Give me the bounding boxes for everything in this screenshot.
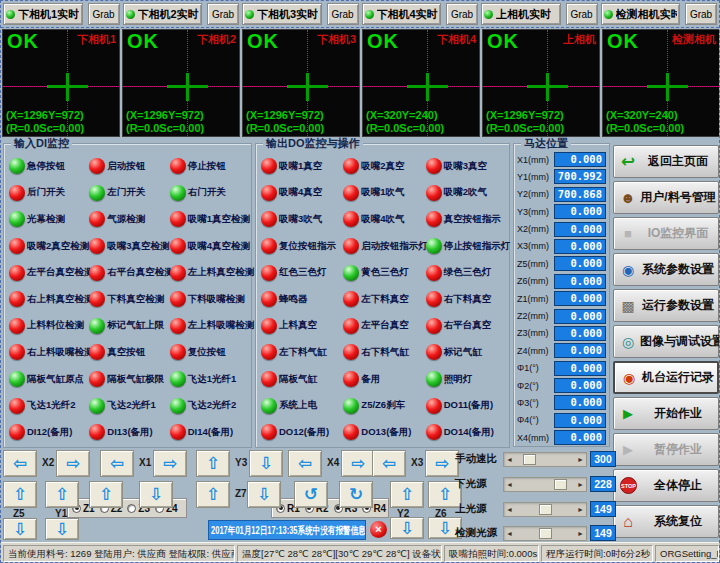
start-button[interactable]: ▶开始作业 <box>613 397 719 430</box>
record-button[interactable]: ◉机台运行记录 <box>613 361 719 394</box>
do-item[interactable]: DO12(备用) <box>261 419 343 446</box>
jog-z7-up-button[interactable]: ⇧ <box>196 481 230 508</box>
jog-y1-down-button[interactable]: ⇩ <box>45 518 79 540</box>
jog-z7-down-button[interactable]: ⇩ <box>247 481 281 508</box>
do-item[interactable]: 系统上电 <box>261 392 343 419</box>
grab-button[interactable]: Grab <box>88 3 120 25</box>
jog-z5-up-button[interactable]: ⇧ <box>3 481 37 508</box>
motor-axis-row: Z5(mm)0.000 <box>517 256 606 271</box>
rotate-cw-button[interactable]: ↻ <box>339 481 373 508</box>
status-led-icon <box>343 371 359 387</box>
jog-aux-up-button[interactable]: ⇧ <box>89 481 123 508</box>
grab-button[interactable]: Grab <box>566 3 598 25</box>
do-item[interactable]: 红色三色灯 <box>261 259 343 286</box>
do-item[interactable]: 吸嘴4真空 <box>261 180 343 207</box>
do-item[interactable]: 左下料气缸 <box>261 339 343 366</box>
do-item[interactable]: 吸嘴3吹气 <box>261 206 343 233</box>
jog-aux-down-button[interactable]: ⇩ <box>139 481 173 508</box>
jog-y2-up-button[interactable]: ⇧ <box>390 481 424 508</box>
do-item[interactable]: 上料真空 <box>261 313 343 340</box>
slider-thumb[interactable] <box>539 504 552 515</box>
jog-y1-up-button[interactable]: ⇧ <box>45 481 79 508</box>
do-item[interactable]: DO14(备用) <box>426 419 508 446</box>
do-item[interactable]: Z5/Z6刹车 <box>343 392 425 419</box>
do-item[interactable]: 标记气缸 <box>426 339 508 366</box>
run-params-button[interactable]: ▩运行参数设置 <box>613 289 719 322</box>
camera-live-button[interactable]: 下相机1实时 <box>3 3 83 25</box>
jog-x3-pos-button[interactable]: ⇨ <box>425 450 459 477</box>
slider-track[interactable]: ◄► <box>503 502 587 517</box>
di-item-label: 上料料位检测 <box>27 319 84 332</box>
camera-live-button[interactable]: 上相机实时 <box>481 3 561 25</box>
do-item[interactable]: 真空按钮指示 <box>426 206 508 233</box>
di-item: DI13(备用) <box>89 419 169 446</box>
do-item[interactable]: 吸嘴2吹气 <box>426 180 508 207</box>
status-led-icon <box>170 398 186 414</box>
camera-live-button[interactable]: 下相机4实时 <box>362 3 442 25</box>
slider-thumb[interactable] <box>554 479 567 490</box>
slider-track[interactable]: ◄► <box>503 452 587 467</box>
do-item[interactable]: 吸嘴3真空 <box>426 153 508 180</box>
do-item-label: 备用 <box>361 373 380 386</box>
alarm-close-icon[interactable] <box>370 521 387 538</box>
jog-x2-pos-button[interactable]: ⇨ <box>56 450 90 477</box>
camera-live-button[interactable]: 下相机2实时 <box>123 3 203 25</box>
do-item[interactable]: 复位按钮指示 <box>261 233 343 260</box>
motor-axis-label: Y1(mm) <box>517 172 554 182</box>
do-item[interactable]: 停止按钮指示灯 <box>426 233 508 260</box>
status-led-icon <box>261 291 277 307</box>
rotate-ccw-button[interactable]: ↺ <box>294 481 328 508</box>
status-led-icon <box>343 424 359 440</box>
grab-button[interactable]: Grab <box>685 3 717 25</box>
do-item[interactable]: 启动按钮指示灯 <box>343 233 425 260</box>
do-item[interactable]: 吸嘴1吹气 <box>343 180 425 207</box>
do-item[interactable]: 照明灯 <box>426 366 508 393</box>
pause-button[interactable]: ▶暂停作业 <box>613 433 719 466</box>
slider-track[interactable]: ◄► <box>503 477 587 492</box>
jog-x2-neg-button[interactable]: ⇦ <box>3 450 37 477</box>
do-item[interactable]: 右下料真空 <box>426 286 508 313</box>
jog-y2-down-button[interactable]: ⇩ <box>390 517 424 539</box>
do-item[interactable]: 右下料气缸 <box>343 339 425 366</box>
di-item: 吸嘴2真空检测 <box>9 233 89 260</box>
jog-x1-neg-button[interactable]: ⇦ <box>100 450 134 477</box>
system-params-button[interactable]: ◉系统参数设置 <box>613 253 719 286</box>
jog-x4-neg-button[interactable]: ⇦ <box>288 450 322 477</box>
do-item[interactable]: 吸嘴1真空 <box>261 153 343 180</box>
do-item[interactable]: 左下料真空 <box>343 286 425 313</box>
slider-track[interactable]: ◄► <box>503 526 587 541</box>
do-item[interactable]: 蜂鸣器 <box>261 286 343 313</box>
grab-button[interactable]: Grab <box>207 3 239 25</box>
jog-z5-down-button[interactable]: ⇩ <box>3 518 37 540</box>
do-item[interactable]: 备用 <box>343 366 425 393</box>
jog-x1-pos-button[interactable]: ⇨ <box>153 450 187 477</box>
do-item[interactable]: 左平台真空 <box>343 313 425 340</box>
grab-button[interactable]: Grab <box>446 3 478 25</box>
camera-live-button[interactable]: 检测相机实时 <box>601 3 681 25</box>
slider-thumb[interactable] <box>523 454 536 465</box>
user-button[interactable]: ☻用户/料号管理 <box>613 181 719 214</box>
io-button[interactable]: ■IO监控界面 <box>613 217 719 250</box>
do-item[interactable]: 绿色三色灯 <box>426 259 508 286</box>
jog-x4-pos-button[interactable]: ⇨ <box>341 450 375 477</box>
jog-y3-neg-button[interactable]: ⇧ <box>196 450 230 477</box>
jog-y3-pos-button[interactable]: ⇩ <box>249 450 283 477</box>
slider-thumb[interactable] <box>539 528 552 539</box>
reset-button[interactable]: ⌂系统复位 <box>613 505 719 538</box>
do-item[interactable]: DO11(备用) <box>426 392 508 419</box>
do-item[interactable]: 右平台真空 <box>426 313 508 340</box>
di-item-label: 气源检测 <box>107 213 145 226</box>
jog-x3-neg-button[interactable]: ⇦ <box>372 450 406 477</box>
grab-button[interactable]: Grab <box>327 3 359 25</box>
do-item[interactable]: DO13(备用) <box>343 419 425 446</box>
image-debug-button[interactable]: ◎图像与调试设置 <box>613 325 719 358</box>
return-button[interactable]: ↩返回主页面 <box>613 145 719 178</box>
camera-live-button[interactable]: 下相机3实时 <box>242 3 322 25</box>
nav-button-label: 机台运行记录 <box>641 369 715 386</box>
do-item[interactable]: 隔板气缸 <box>261 366 343 393</box>
stop-button[interactable]: STOP全体停止 <box>613 469 719 502</box>
do-item[interactable]: 吸嘴4吹气 <box>343 206 425 233</box>
do-item[interactable]: 吸嘴2真空 <box>343 153 425 180</box>
status-led-icon <box>89 398 105 414</box>
do-item[interactable]: 黄色三色灯 <box>343 259 425 286</box>
